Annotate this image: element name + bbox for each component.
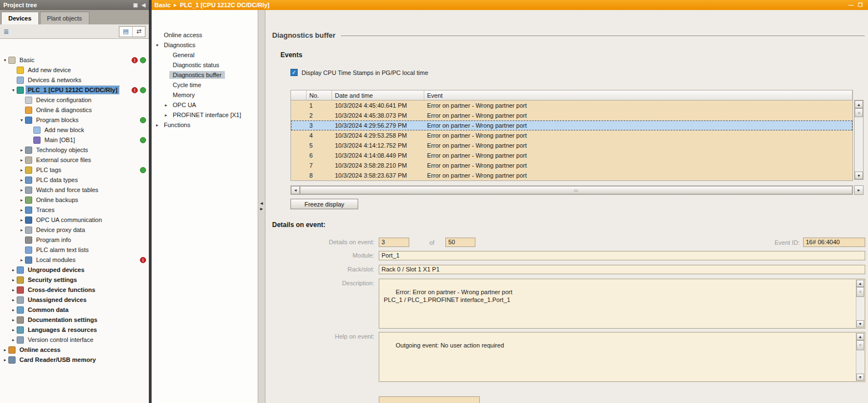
- tree-item[interactable]: ▸Cross-device functions: [0, 285, 149, 295]
- expand-arrow-icon[interactable]: ▸: [18, 198, 25, 203]
- help-field[interactable]: Outgoing event: No user action required: [379, 332, 865, 382]
- tab-plant-objects[interactable]: Plant objects: [40, 12, 89, 24]
- scroll-down-icon[interactable]: [856, 320, 864, 328]
- collapse-arrow-icon[interactable]: ▾: [10, 88, 17, 93]
- expand-arrow-icon[interactable]: ▸: [18, 148, 25, 153]
- tree-item[interactable]: ▸Device proxy data: [0, 225, 149, 235]
- expand-arrow-icon[interactable]: ▸: [163, 103, 169, 108]
- expand-arrow-icon[interactable]: ▸: [18, 158, 25, 163]
- expand-arrow-icon[interactable]: ▸: [10, 288, 17, 293]
- tree-item[interactable]: ▸Online access: [0, 345, 149, 355]
- tree-item[interactable]: Device configuration: [0, 95, 149, 105]
- tree-item[interactable]: ▸Local modules: [0, 255, 149, 265]
- event-row[interactable]: 210/3/2024 4:45:38.073 PMError on partne…: [291, 110, 852, 120]
- event-id-field[interactable]: 16# 06:4040: [803, 238, 865, 247]
- diag-nav-item[interactable]: ▸Functions: [152, 120, 258, 130]
- details-view-icon[interactable]: [119, 27, 132, 37]
- column-date[interactable]: Date and time: [332, 90, 424, 100]
- collapse-arrow-icon[interactable]: ▾: [154, 43, 160, 48]
- tree-item[interactable]: ▸Technology objects: [0, 145, 149, 155]
- event-row[interactable]: 310/3/2024 4:29:56.279 PMError on partne…: [291, 120, 852, 130]
- breadcrumb-segment-plc[interactable]: PLC_1 [CPU 1212C DC/DC/Rly]: [180, 2, 269, 8]
- event-row[interactable]: 610/3/2024 4:14:08.449 PMError on partne…: [291, 150, 852, 160]
- column-event[interactable]: Event: [424, 90, 852, 100]
- scroll-up-icon[interactable]: [856, 333, 864, 340]
- tree-item[interactable]: ▸Version control interface: [0, 335, 149, 345]
- minimize-icon[interactable]: [849, 2, 854, 8]
- expand-arrow-icon[interactable]: ▸: [163, 113, 169, 118]
- tab-devices[interactable]: Devices: [1, 12, 39, 24]
- sync-view-icon[interactable]: [132, 27, 145, 37]
- tree-item[interactable]: ▸PLC tags: [0, 165, 149, 175]
- expand-arrow-icon[interactable]: ▸: [10, 298, 17, 303]
- restore-icon[interactable]: [858, 2, 862, 8]
- event-row[interactable]: 810/3/2024 3:58:23.637 PMError on partne…: [291, 170, 852, 180]
- module-field[interactable]: Port_1: [379, 251, 865, 260]
- events-vertical-scrollbar[interactable]: [854, 100, 864, 180]
- tree-item[interactable]: ▾Basic: [0, 55, 149, 65]
- tree-item[interactable]: PLC alarm text lists: [0, 245, 149, 255]
- event-number-field[interactable]: 3: [379, 238, 409, 247]
- tree-item[interactable]: ▸OPC UA communication: [0, 215, 149, 225]
- horizontal-scroll-thumb[interactable]: [300, 186, 852, 194]
- diag-nav-item[interactable]: Memory: [152, 90, 258, 100]
- rack-slot-field[interactable]: Rack 0 / Slot 1 X1 P1: [379, 265, 865, 274]
- expand-arrow-icon[interactable]: ▸: [18, 218, 25, 223]
- float-panel-icon[interactable]: [133, 2, 138, 8]
- diag-nav-item[interactable]: Diagnostics buffer: [152, 70, 258, 80]
- tree-item[interactable]: ▾Program blocks: [0, 115, 149, 125]
- partial-bottom-field[interactable]: [379, 396, 480, 403]
- tree-item[interactable]: Program info: [0, 235, 149, 245]
- tree-item[interactable]: ▸Online backups: [0, 195, 149, 205]
- tree-item[interactable]: ▸Unassigned devices: [0, 295, 149, 305]
- tree-item[interactable]: ▸Documentation settings: [0, 315, 149, 325]
- splitter-left-icon[interactable]: [259, 201, 264, 206]
- expand-arrow-icon[interactable]: ▸: [18, 228, 25, 233]
- tree-item[interactable]: ▸Ungrouped devices: [0, 265, 149, 275]
- tree-item[interactable]: ▾PLC_1 [CPU 1212C DC/DC/Rly]: [0, 85, 149, 95]
- expand-arrow-icon[interactable]: ▸: [10, 268, 17, 273]
- vertical-scroll-track[interactable]: [856, 350, 864, 374]
- scroll-down-icon[interactable]: [856, 374, 864, 381]
- tree-item[interactable]: ▸Common data: [0, 305, 149, 315]
- tree-item[interactable]: Add new block: [0, 125, 149, 135]
- scroll-down-icon[interactable]: [855, 172, 863, 179]
- event-row[interactable]: 710/3/2024 3:58:28.210 PMError on partne…: [291, 160, 852, 170]
- scroll-up-icon[interactable]: [855, 100, 863, 108]
- tree-item[interactable]: Devices & networks: [0, 75, 149, 85]
- splitter-right-icon[interactable]: [259, 206, 264, 212]
- expand-arrow-icon[interactable]: ▸: [18, 168, 25, 173]
- tree-item[interactable]: ▸Watch and force tables: [0, 185, 149, 195]
- vertical-scroll-thumb[interactable]: [855, 108, 863, 117]
- freeze-display-button[interactable]: Freeze display: [290, 199, 358, 209]
- diag-nav-item[interactable]: ▾Diagnostics: [152, 40, 258, 50]
- vertical-scroll-track[interactable]: [855, 117, 863, 172]
- diag-nav-item[interactable]: Online access: [152, 30, 258, 40]
- tree-item[interactable]: Main [OB1]: [0, 135, 149, 145]
- diag-nav-item[interactable]: Cycle time: [152, 80, 258, 90]
- expand-arrow-icon[interactable]: ▸: [10, 308, 17, 313]
- tree-item[interactable]: ▸Languages & resources: [0, 325, 149, 335]
- expand-arrow-icon[interactable]: ▸: [10, 278, 17, 283]
- diag-nav-item[interactable]: ▸PROFINET interface [X1]: [152, 110, 258, 120]
- scroll-left-icon[interactable]: [291, 186, 300, 194]
- diag-nav-item[interactable]: ▸OPC UA: [152, 100, 258, 110]
- tree-item[interactable]: ▸Card Reader/USB memory: [0, 355, 149, 365]
- collapse-panel-icon[interactable]: [142, 2, 145, 8]
- expand-arrow-icon[interactable]: ▸: [18, 258, 25, 263]
- help-scrollbar[interactable]: [856, 333, 864, 381]
- expand-arrow-icon[interactable]: ▸: [10, 318, 17, 323]
- tree-item[interactable]: ▸External source files: [0, 155, 149, 165]
- vertical-scroll-thumb[interactable]: [856, 287, 864, 297]
- tree-item[interactable]: ▸Security settings: [0, 275, 149, 285]
- cpu-timestamps-checkbox[interactable]: [290, 69, 298, 76]
- tree-item[interactable]: ▸Traces: [0, 205, 149, 215]
- description-scrollbar[interactable]: [856, 280, 864, 328]
- expand-arrow-icon[interactable]: ▸: [2, 347, 8, 352]
- diag-nav-item[interactable]: Diagnostic status: [152, 60, 258, 70]
- tree-item[interactable]: Online & diagnostics: [0, 105, 149, 115]
- collapse-arrow-icon[interactable]: ▾: [18, 118, 25, 123]
- expand-arrow-icon[interactable]: ▸: [2, 357, 8, 362]
- expand-arrow-icon[interactable]: ▸: [18, 188, 25, 193]
- description-field[interactable]: Error: Error on partner - Wrong partner …: [379, 279, 865, 329]
